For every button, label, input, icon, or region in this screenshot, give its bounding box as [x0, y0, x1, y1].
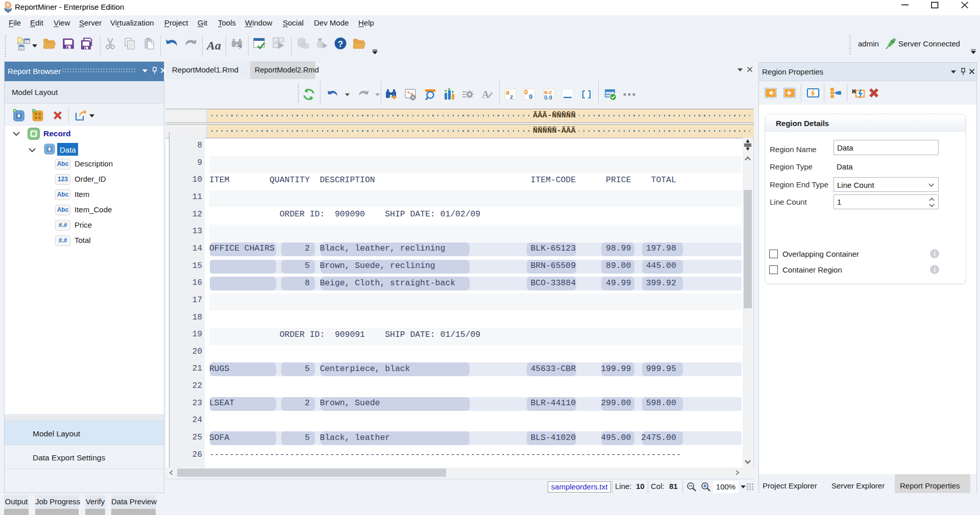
svg-text:a: a	[506, 88, 510, 96]
svg-text:0: 0	[524, 88, 528, 96]
svg-text:i: i	[934, 266, 936, 274]
svg-text:?: ?	[338, 39, 343, 49]
svg-text:A: A	[482, 89, 489, 100]
svg-text:z: z	[510, 93, 513, 101]
svg-text:0-9: 0-9	[544, 94, 552, 101]
svg-text:i: i	[934, 250, 936, 258]
svg-text:9: 9	[529, 93, 532, 101]
